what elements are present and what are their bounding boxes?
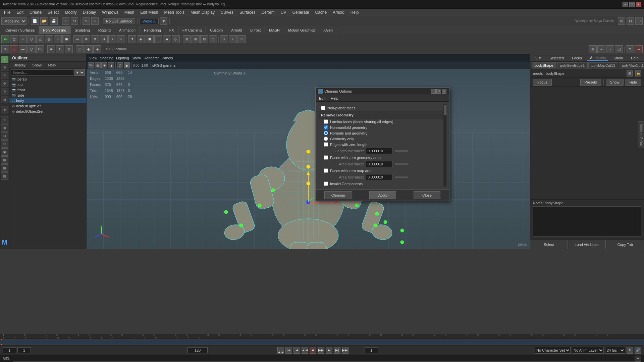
anim-layer-select[interactable]: No Anim Layer: [572, 347, 604, 354]
cleanup-help-menu[interactable]: Help: [329, 96, 340, 101]
tab-custom[interactable]: Custom: [206, 26, 227, 34]
grab-btn[interactable]: ✩: [237, 35, 246, 43]
plane-icon-btn[interactable]: ▭: [54, 35, 62, 43]
workspace-select[interactable]: Modeling: [1, 17, 26, 25]
playback-loop-btn[interactable]: ↻: [627, 347, 633, 354]
focus-button[interactable]: Focus: [533, 79, 552, 86]
mel-input[interactable]: [13, 356, 635, 362]
tab-rigging[interactable]: Rigging: [94, 26, 115, 34]
cleanup-close-btn[interactable]: ×: [442, 89, 446, 94]
separate-btn[interactable]: ⊗: [91, 35, 99, 43]
lamina-faces-checkbox[interactable]: [324, 119, 328, 124]
face-mode-btn[interactable]: ⬡: [28, 45, 36, 53]
scale-tool[interactable]: ⊡: [1, 96, 8, 103]
rp-tab-help[interactable]: Help: [628, 55, 641, 61]
attribute-editor-side-tab[interactable]: Attribute Editor: [638, 121, 644, 148]
connect-btn[interactable]: ⊟: [200, 35, 208, 43]
world-btn[interactable]: World X: [140, 18, 159, 24]
lasso-tool[interactable]: ⊙: [1, 64, 8, 71]
non-planar-checkbox[interactable]: [321, 106, 325, 110]
menu-generate[interactable]: Generate: [289, 9, 312, 15]
fill-btn[interactable]: ⬛: [154, 35, 162, 43]
area-tolerance1-input[interactable]: [366, 161, 393, 167]
tab-bifrost[interactable]: Bifrost: [246, 26, 265, 34]
presets-button[interactable]: Presets: [580, 79, 601, 86]
jump-start-btn[interactable]: |◄◄: [277, 347, 284, 354]
tab-motion-graphics[interactable]: Motion Graphics: [284, 26, 319, 34]
panels-menu[interactable]: Panels: [162, 56, 173, 60]
cleanup-maximize-btn[interactable]: □: [436, 89, 441, 94]
mesh-lock-btn[interactable]: 🔒: [635, 70, 641, 76]
layout-btn3[interactable]: ⊟: [635, 17, 643, 25]
detach-btn[interactable]: ⊡: [209, 35, 217, 43]
rp-tab-focus[interactable]: Focus: [569, 55, 585, 61]
length-tolerance-slider[interactable]: [395, 150, 408, 152]
vp-shadow-btn[interactable]: ◑: [108, 62, 114, 68]
audio-btn[interactable]: 🔊: [635, 347, 641, 354]
lasso-tool-btn[interactable]: ○: [91, 17, 99, 25]
outliner-item-defaultlightset[interactable]: ⊙ defaultLightSet: [9, 103, 86, 109]
renderer-menu[interactable]: Renderer: [144, 56, 159, 60]
cleanup-scrollbar-thumb[interactable]: [444, 105, 446, 115]
cleanup-edit-menu[interactable]: Edit: [317, 96, 327, 101]
tool2[interactable]: ⊞: [1, 124, 8, 132]
vp-light-btn[interactable]: ☀: [101, 62, 107, 68]
length-tolerance-input[interactable]: [366, 148, 393, 154]
minimize-button[interactable]: −: [623, 2, 628, 7]
outliner-item-persp[interactable]: 📷 persp: [9, 76, 86, 82]
combine-btn[interactable]: ⊕: [82, 35, 90, 43]
tab-mash[interactable]: MASH: [265, 26, 284, 34]
menu-arnold[interactable]: Arnold: [330, 9, 347, 15]
tab-xgen[interactable]: XGen: [319, 26, 337, 34]
outliner-search-input[interactable]: [11, 69, 73, 75]
cleanup-scrollbar[interactable]: [443, 104, 446, 187]
tool4[interactable]: ⬡: [1, 140, 8, 148]
prev-frame-btn[interactable]: ◄: [293, 347, 300, 354]
vertex-mode-btn[interactable]: •: [10, 45, 18, 53]
hide-button[interactable]: Hide: [625, 79, 641, 86]
tool1[interactable]: ≡: [1, 116, 8, 123]
next-keyframe-btn[interactable]: ▶|: [334, 347, 340, 354]
relax-btn[interactable]: ✧: [229, 35, 237, 43]
play-stop-btn[interactable]: ■: [310, 347, 316, 354]
menu-select[interactable]: Select: [45, 9, 61, 15]
camera-rotate-btn[interactable]: ↻: [56, 45, 64, 53]
zero-map-area-checkbox[interactable]: [324, 168, 328, 173]
move-tool[interactable]: ✛: [1, 80, 8, 87]
maximize-button[interactable]: □: [629, 2, 635, 7]
load-attributes-button[interactable]: Load Attributes: [569, 240, 606, 249]
bridge-btn[interactable]: ⬟: [146, 35, 154, 43]
tab-sculpting[interactable]: Sculpting: [71, 26, 94, 34]
shading-menu[interactable]: Shading: [100, 56, 113, 60]
play-backward-btn[interactable]: ◄◄: [302, 347, 308, 354]
cone-icon-btn[interactable]: △: [36, 35, 44, 43]
outliner-item-side[interactable]: 📷 side: [9, 93, 86, 98]
tab-curves-surfaces[interactable]: Curves / Surfaces: [1, 26, 39, 34]
new-file-btn[interactable]: 📄: [31, 17, 39, 25]
universal-tool[interactable]: ⊕: [1, 106, 8, 113]
offset-loop-btn[interactable]: ⊞: [192, 35, 200, 43]
undo-btn[interactable]: ↩: [62, 17, 69, 25]
vp-camera-btn[interactable]: 📷: [88, 62, 94, 68]
search-mode-select[interactable]: ▼: [74, 69, 85, 76]
area-tolerance1-slider[interactable]: [395, 163, 408, 165]
outliner-menu-show[interactable]: Show: [30, 62, 44, 68]
bevel-btn[interactable]: ◈: [137, 35, 145, 43]
outliner-item-body[interactable]: ◻ body: [9, 98, 86, 103]
shape-tab-polysew[interactable]: polySewEdge1: [557, 62, 588, 68]
menu-modify[interactable]: Modify: [62, 9, 79, 15]
symmetry-btn[interactable]: ⇔: [635, 45, 643, 53]
shape-tab-bodyshape[interactable]: bodyShape: [532, 62, 556, 68]
vp-solid-btn[interactable]: ◆: [124, 62, 130, 68]
tool3[interactable]: ⊟: [1, 132, 8, 140]
tool5[interactable]: ▣: [1, 148, 8, 156]
close-button[interactable]: Close: [414, 191, 440, 199]
start-frame-input[interactable]: [3, 347, 16, 353]
tool7[interactable]: ▦: [1, 164, 8, 172]
live-surface-btn[interactable]: No Live Surface: [103, 18, 135, 24]
chamfer-btn[interactable]: ◇: [172, 35, 180, 43]
menu-mesh-display[interactable]: Mesh Display: [188, 9, 217, 15]
menu-mesh[interactable]: Mesh: [122, 9, 137, 15]
loop-cut-btn[interactable]: ⊠: [183, 35, 191, 43]
geometry-only-radio[interactable]: [324, 137, 328, 141]
